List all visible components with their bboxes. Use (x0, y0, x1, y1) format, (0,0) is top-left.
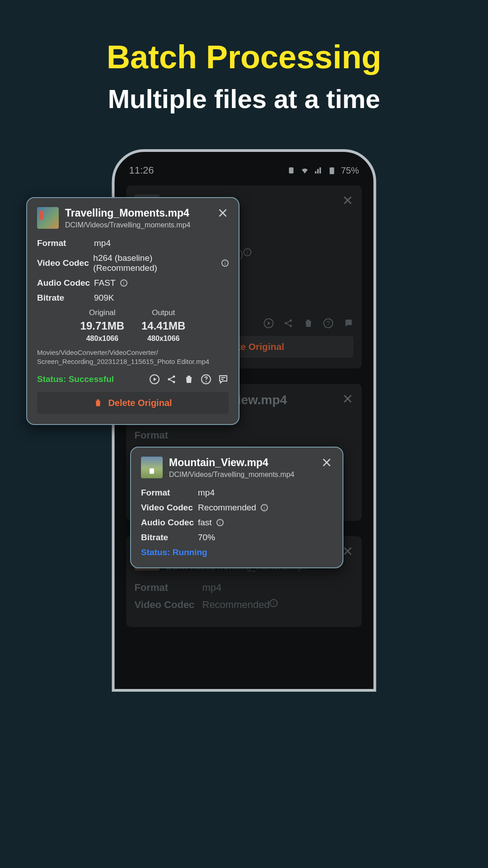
bg-format-val-c: mp4 (202, 582, 222, 594)
file-title: Travelling_Moments.mp4 (65, 207, 211, 219)
bitrate-value: 909K (94, 293, 114, 303)
battery-icon (327, 166, 336, 175)
trash-icon[interactable] (183, 374, 194, 385)
close-icon[interactable] (342, 393, 354, 406)
comment-icon[interactable] (343, 318, 354, 329)
share-icon[interactable] (283, 318, 294, 329)
signal-icon (314, 166, 323, 175)
close-button[interactable] (321, 457, 333, 470)
bg-format-lbl-b: Format (135, 429, 202, 441)
acodec-label: Audio Codec (37, 278, 94, 288)
thumbnail (141, 457, 163, 478)
status-time: 11:26 (129, 165, 154, 176)
info-icon[interactable]: i (216, 519, 224, 526)
play-icon[interactable] (263, 318, 274, 329)
status-bar: 11:26 75% (127, 160, 362, 185)
bitrate-value: 70% (198, 533, 215, 542)
hero-subtitle: Multiple files at a time (0, 84, 488, 114)
bitrate-label: Bitrate (37, 293, 94, 303)
delete-label: Delete Original (108, 398, 172, 408)
svg-point-13 (206, 381, 206, 382)
format-value: mp4 (198, 488, 215, 498)
hero: Batch Processing Multiple files at a tim… (0, 0, 488, 114)
wifi-icon (300, 166, 309, 175)
svg-rect-0 (289, 167, 293, 173)
acodec-value: fast (198, 518, 212, 528)
help-icon[interactable] (201, 374, 211, 385)
format-label: Format (37, 238, 94, 248)
status-text: Status: Running (141, 547, 333, 557)
original-header: Original (80, 308, 124, 317)
output-path: Movies/VideoConverter/VideoConverter/ Sc… (37, 348, 229, 367)
vcodec-label: Video Codec (141, 503, 198, 513)
original-size: 19.71MB (80, 320, 124, 332)
status-text: Status: Successful (37, 374, 114, 384)
bg-vcodec-val-c: Recommended (202, 599, 270, 611)
close-icon[interactable] (342, 194, 354, 208)
file-title: Mountain_View.mp4 (169, 457, 314, 469)
original-res: 480x1066 (80, 335, 124, 343)
trash-icon[interactable] (303, 318, 314, 329)
share-icon[interactable] (166, 374, 177, 385)
acodec-value: FAST (94, 278, 116, 288)
info-icon[interactable]: i (221, 259, 229, 267)
file-path: DCIM/Videos/Travelling_moments.mp4 (65, 221, 211, 229)
help-icon[interactable]: ? (323, 318, 334, 329)
output-res: 480x1066 (141, 335, 185, 343)
acodec-label: Audio Codec (141, 518, 198, 528)
trash-icon (94, 398, 103, 408)
status-icons: 75% (286, 165, 359, 176)
comment-icon[interactable] (218, 374, 229, 385)
delete-original-button[interactable]: Delete Original (37, 392, 229, 414)
file-card-travelling: Travelling_Moments.mp4 DCIM/Videos/Trave… (26, 197, 239, 425)
vcodec-value: Recommended (198, 503, 256, 513)
bitrate-label: Bitrate (141, 533, 198, 542)
bg-vcodec-lbl-c: Video Codec (135, 599, 202, 611)
format-label: Format (141, 488, 198, 498)
output-size: 14.41MB (141, 320, 185, 332)
info-icon[interactable]: i (120, 279, 127, 287)
vibrate-icon (286, 166, 296, 175)
info-icon[interactable]: i (270, 599, 278, 607)
info-icon[interactable]: i (243, 248, 251, 256)
close-icon[interactable] (342, 545, 354, 559)
vcodec-value: h264 (baseline) (Recommended) (93, 253, 217, 273)
thumbnail (37, 207, 59, 229)
info-icon[interactable]: i (261, 504, 268, 511)
bg-format-lbl-c: Format (135, 582, 202, 594)
svg-text:?: ? (327, 320, 330, 327)
close-button[interactable] (217, 207, 229, 221)
hero-title: Batch Processing (0, 38, 488, 75)
file-path: DCIM/Videos/Travelling_moments.mp4 (169, 471, 314, 479)
svg-rect-1 (329, 167, 334, 174)
format-value: mp4 (94, 238, 111, 248)
play-icon[interactable] (149, 374, 160, 385)
vcodec-label: Video Codec (37, 258, 93, 268)
output-header: Output (141, 308, 185, 317)
file-card-mountain: Mountain_View.mp4 DCIM/Videos/Travelling… (130, 447, 343, 568)
battery-percent: 75% (341, 165, 359, 176)
